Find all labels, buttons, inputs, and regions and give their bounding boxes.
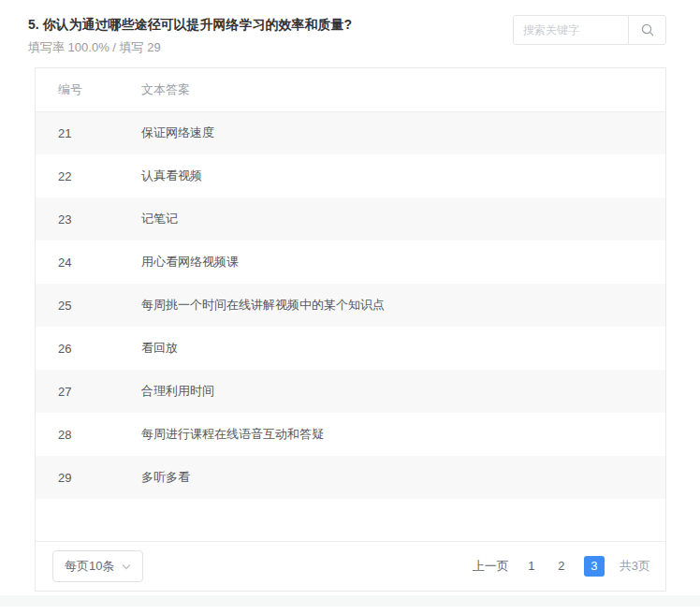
row-id-cell: 25: [36, 284, 141, 327]
answer-cell: 认真看视频: [141, 154, 665, 197]
table-empty-space: [36, 499, 665, 541]
table-row: 29 多听多看: [36, 456, 665, 499]
answer-cell: 合理利用时间: [141, 370, 665, 413]
answer-cell: 多听多看: [141, 456, 665, 499]
pagination: 上一页 1 2 3 共3页: [473, 556, 650, 577]
page-size-select[interactable]: 每页10条: [52, 550, 143, 582]
answers-card: 编号 文本答案 21 保证网络速度 22 认真看视频 23 记笔记 24 用心看…: [35, 67, 666, 592]
question-title: 5. 你认为通过哪些途径可以提升网络学习的效率和质量?: [28, 15, 352, 34]
header: 5. 你认为通过哪些途径可以提升网络学习的效率和质量? 填写率 100.0% /…: [0, 0, 700, 56]
table-row: 21 保证网络速度: [36, 111, 665, 154]
page-button-1[interactable]: 1: [524, 556, 539, 577]
answer-cell: 保证网络速度: [141, 111, 665, 154]
answer-cell: 记笔记: [141, 197, 665, 241]
page-size-label: 每页10条: [65, 558, 114, 575]
answer-cell: 每周挑一个时间在线讲解视频中的某个知识点: [141, 284, 665, 327]
row-id-cell: 24: [36, 241, 141, 284]
table-row: 24 用心看网络视频课: [36, 241, 665, 284]
table-footer: 每页10条 上一页 1 2 3 共3页: [36, 541, 665, 591]
row-id-cell: 22: [36, 154, 141, 197]
table-row: 27 合理利用时间: [36, 370, 665, 413]
page-button-3-active[interactable]: 3: [584, 556, 605, 577]
question-block: 5. 你认为通过哪些途径可以提升网络学习的效率和质量? 填写率 100.0% /…: [28, 15, 352, 56]
bottom-band: [0, 595, 700, 607]
row-id-cell: 28: [36, 413, 141, 456]
search-button[interactable]: [628, 16, 665, 44]
table-row: 23 记笔记: [36, 197, 665, 241]
table-row: 25 每周挑一个时间在线讲解视频中的某个知识点: [36, 284, 665, 327]
table-header-row: 编号 文本答案: [36, 68, 665, 111]
column-header-answer: 文本答案: [141, 68, 665, 111]
answer-cell: 用心看网络视频课: [141, 241, 665, 284]
table-row: 22 认真看视频: [36, 154, 665, 197]
row-id-cell: 29: [36, 456, 141, 499]
answer-cell: 看回放: [141, 327, 665, 370]
row-id-cell: 27: [36, 370, 141, 413]
row-id-cell: 23: [36, 197, 141, 241]
search-input[interactable]: [514, 16, 628, 44]
row-id-cell: 21: [36, 111, 141, 154]
table-row: 28 每周进行课程在线语音互动和答疑: [36, 413, 665, 456]
search-icon: [640, 22, 655, 37]
total-pages-label: 共3页: [620, 558, 650, 575]
search-box: [513, 15, 666, 45]
prev-page-button[interactable]: 上一页: [473, 556, 509, 577]
row-id-cell: 26: [36, 327, 141, 370]
table-row: 26 看回放: [36, 327, 665, 370]
column-header-id: 编号: [36, 68, 141, 111]
answers-table: 编号 文本答案 21 保证网络速度 22 认真看视频 23 记笔记 24 用心看…: [36, 68, 665, 499]
answer-cell: 每周进行课程在线语音互动和答疑: [141, 413, 665, 456]
page-button-2[interactable]: 2: [554, 556, 569, 577]
chevron-down-icon: [122, 563, 131, 570]
response-stats: 填写率 100.0% / 填写 29: [28, 39, 352, 56]
